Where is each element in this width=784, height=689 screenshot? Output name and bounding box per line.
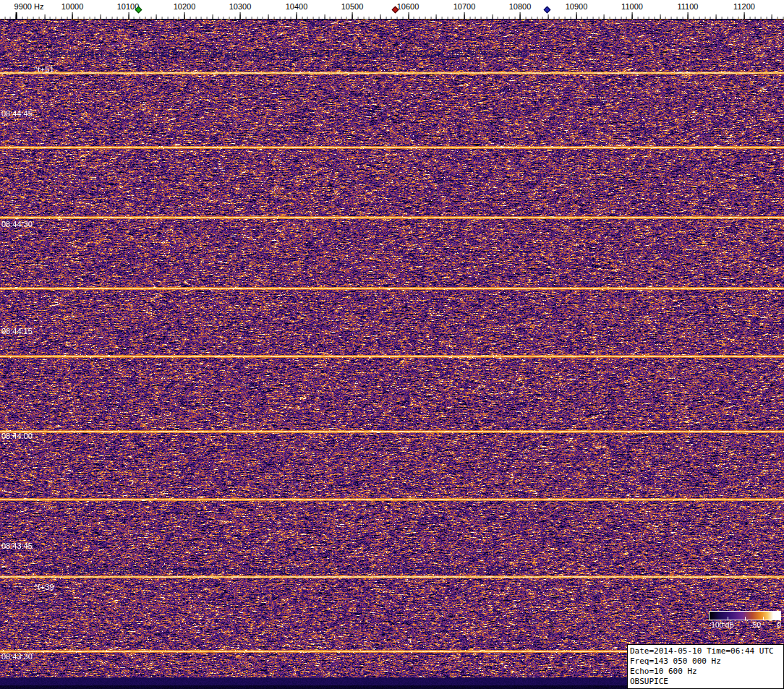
info-date-time: Date=2014-05-10 Time=06:44 UTC <box>630 646 781 656</box>
freq-label-10800: 10800 <box>509 2 532 11</box>
info-frequency: Freq=143 050 000 Hz <box>630 656 781 667</box>
time-label: 08:44:00 <box>1 432 33 440</box>
color-scale-gradient-bar <box>709 611 781 620</box>
legend-label-mid: -50 <box>751 621 761 629</box>
legend-label-min: -100 dB <box>709 621 734 629</box>
freq-label-10400: 10400 <box>286 2 308 11</box>
meteor-spectrogram-app: 9900 Hz100001010010200103001040010500106… <box>0 0 784 689</box>
time-label: 08:44:45 <box>1 109 33 118</box>
info-echo-freq: Echo=10 600 Hz <box>630 667 781 677</box>
time-label: 08:44:30 <box>1 220 33 228</box>
frequency-ruler[interactable]: 9900 Hz100001010010200103001040010500106… <box>0 0 784 20</box>
freq-label-10600: 10600 <box>397 2 419 11</box>
freq-label-11100: 11100 <box>678 2 699 11</box>
spectrogram-waterfall[interactable] <box>0 20 784 689</box>
event-annotation-1: 20140510064451248 hCnt30 nb-84 f10621 hi… <box>40 50 527 59</box>
time-label: 08:43:30 <box>1 652 33 661</box>
freq-marker-green-icon[interactable] <box>135 7 142 14</box>
legend-tick <box>728 617 728 620</box>
observation-info-box: Date=2014-05-10 Time=06:44 UTC Freq=143 … <box>627 644 784 689</box>
freq-label-10500: 10500 <box>341 2 364 11</box>
freq-label-10200: 10200 <box>174 2 196 11</box>
color-scale-legend: -100 dB -50 0 <box>709 611 781 629</box>
ruler-major-ticks <box>0 12 784 19</box>
time-label: 08:44:15 <box>1 327 33 335</box>
event-time-offset-2: ^t+39 <box>34 583 54 591</box>
freq-label-10900: 10900 <box>566 2 588 11</box>
ruler-minor-ticks <box>0 17 784 19</box>
freq-marker-blue-icon[interactable] <box>544 7 551 14</box>
ruler-mid-ticks <box>0 14 784 19</box>
legend-label-max: 0 <box>777 621 781 629</box>
event-time-offset-1: ^t+51 <box>34 65 54 74</box>
legend-tick <box>745 617 746 620</box>
legend-labels: -100 dB -50 0 <box>709 621 781 629</box>
freq-label-9900-hz: 9900 Hz <box>14 2 44 11</box>
freq-label-11000: 11000 <box>621 2 643 11</box>
legend-tick <box>763 617 764 620</box>
time-label: 08:43:45 <box>1 542 33 550</box>
freq-label-11200: 11200 <box>733 2 755 11</box>
event-annotation-2: 20140510064339948 hCnt29 nb-73 f10355 hi… <box>40 566 524 575</box>
freq-label-10300: 10300 <box>229 2 252 11</box>
freq-label-10000: 10000 <box>61 2 84 11</box>
info-station: OBSUPICE <box>630 677 781 687</box>
freq-label-10700: 10700 <box>453 2 476 11</box>
